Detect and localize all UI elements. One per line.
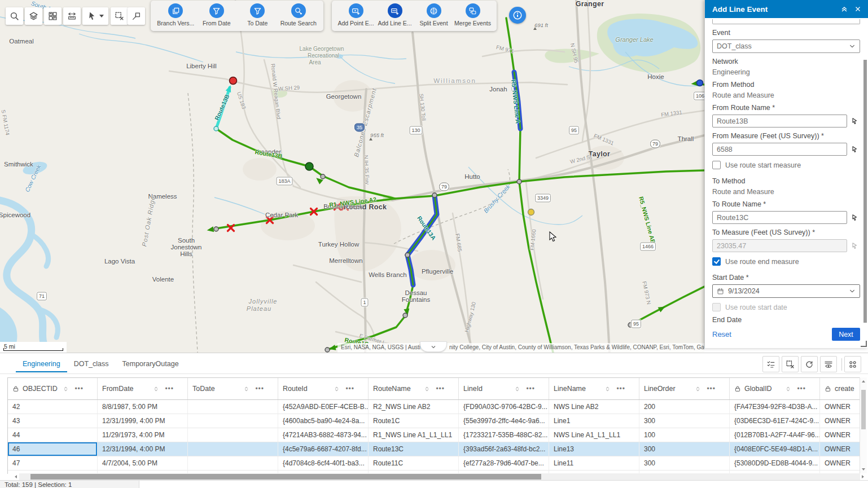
info-button[interactable] [509, 7, 526, 24]
table-cell[interactable]: 8/8/1987, 5:00 PM [98, 400, 188, 414]
table-cell[interactable]: 300 [639, 456, 730, 470]
column-menu-button[interactable]: ••• [526, 385, 535, 393]
table-cell[interactable] [188, 414, 278, 428]
table-cell[interactable]: 46 [8, 442, 98, 456]
text-input[interactable]: Route13B [712, 115, 847, 128]
filter-button[interactable]: From Date [196, 3, 238, 27]
column-header-linename[interactable]: LineName••• [549, 378, 639, 399]
table-cell[interactable]: {ef277a28-79d6-40d7-be... [459, 456, 549, 470]
table-cell[interactable]: 12/31/1994, 4:00 PM [98, 442, 188, 456]
table-cell[interactable]: R1_NWS Line A1_L1_LL1 [369, 428, 459, 442]
map-tool-basemap-grid[interactable] [44, 7, 62, 25]
column-menu-button[interactable]: ••• [345, 385, 354, 393]
panel-scrollbar[interactable] [863, 23, 867, 338]
table-cell[interactable]: Route13C [369, 442, 459, 456]
table-cell[interactable]: OWNER [820, 456, 860, 470]
table-cell[interactable]: {4600abc5-ba90-4e24-8a... [278, 414, 369, 428]
select-on-map-button[interactable] [849, 212, 860, 223]
table-cell[interactable]: {FA47E394-92F8-4D3B-A... [730, 400, 820, 414]
sort-icon[interactable] [334, 386, 340, 392]
map-tool-clear-selection[interactable] [111, 7, 128, 25]
table-cell[interactable]: {53080D9D-ED8B-4044-9... [730, 456, 820, 470]
table-vertical-scrollbar[interactable] [860, 377, 867, 473]
table-cell[interactable]: {4c5e79a6-6687-4207-8fd... [278, 442, 369, 456]
table-cell[interactable]: 11/29/1973, 4:00 PM [98, 428, 188, 442]
table-cell[interactable]: 100 [639, 428, 730, 442]
table-row[interactable]: 4312/31/1999, 4:00 PM{4600abc5-ba90-4e24… [8, 414, 860, 428]
next-button[interactable]: Next [832, 328, 860, 341]
checkbox[interactable] [712, 303, 721, 311]
checkbox[interactable] [712, 161, 721, 169]
table-cell[interactable]: OWNER [820, 428, 860, 442]
attribution-collapse-button[interactable] [420, 341, 447, 352]
column-menu-button[interactable]: ••• [707, 385, 716, 393]
table-cell[interactable]: {17233217-535B-488C-82... [459, 428, 549, 442]
map-tool-select-cursor[interactable] [82, 7, 108, 25]
table-tool-checklist[interactable] [762, 356, 779, 372]
column-menu-button[interactable]: ••• [255, 385, 264, 393]
table-cell[interactable]: {55e3997d-2ffc-4e4c-9a6... [459, 414, 549, 428]
column-menu-button[interactable]: ••• [616, 385, 625, 393]
table-cell[interactable]: {0408E0FC-5E49-48D1-A... [730, 442, 820, 456]
table-vscroll-thumb[interactable] [861, 390, 866, 429]
event-select[interactable]: DOT_class [712, 39, 860, 53]
text-input[interactable]: 6588 [712, 143, 847, 156]
reset-link[interactable]: Reset [712, 330, 731, 338]
column-header-fromdate[interactable]: FromDate••• [98, 378, 188, 399]
column-header-todate[interactable]: ToDate••• [188, 378, 278, 399]
table-cell[interactable]: 4/7/2004, 5:00 PM [98, 456, 188, 470]
table-row[interactable]: 428/8/1987, 5:00 PM{452A9ABD-E0EF-4CEB-B… [8, 400, 860, 414]
table-horizontal-scrollbar[interactable] [19, 473, 860, 480]
sort-icon[interactable] [153, 386, 159, 392]
table-cell[interactable] [188, 456, 278, 470]
table-cell[interactable] [188, 428, 278, 442]
column-menu-button[interactable]: ••• [74, 385, 84, 393]
map-tool-search[interactable] [6, 7, 23, 25]
scroll-down-arrow[interactable] [862, 468, 865, 471]
table-cell[interactable]: 43 [8, 414, 98, 428]
column-header-lineid[interactable]: LineId••• [459, 378, 549, 399]
text-input[interactable]: Route13C [712, 211, 847, 224]
panel-resize-handle[interactable] [861, 341, 867, 347]
map-tool-measure[interactable] [63, 7, 81, 25]
table-cell[interactable]: 42 [8, 400, 98, 414]
split-event-button[interactable]: Split Event [414, 3, 453, 27]
panel-scrollbar-thumb[interactable] [863, 60, 867, 323]
table-cell[interactable]: Route11C [369, 456, 459, 470]
column-header-lineorder[interactable]: LineOrder••• [639, 378, 730, 399]
close-panel-button[interactable] [851, 2, 865, 16]
table-cell[interactable]: OWNER [820, 442, 860, 456]
scroll-up-arrow[interactable] [862, 380, 865, 383]
sort-icon[interactable] [604, 386, 611, 392]
table-cell[interactable]: 12/31/1999, 4:00 PM [98, 414, 188, 428]
tab-temporaryoutage[interactable]: TemporaryOutage [116, 357, 186, 372]
select-on-map-button[interactable] [849, 116, 860, 127]
route-search-button[interactable]: Route Search [278, 3, 319, 27]
merge-events-button[interactable]: Merge Events [453, 3, 492, 27]
checkbox[interactable] [712, 257, 721, 266]
table-cell[interactable]: {FD90A03C-9706-42BC-9... [459, 400, 549, 414]
map-tool-layers[interactable] [25, 7, 42, 25]
add-point-event-button[interactable]: Add Point E... [336, 3, 375, 27]
date-input[interactable]: 9/13/2024 [712, 284, 860, 298]
table-cell[interactable]: 300 [639, 442, 730, 456]
table-cell[interactable]: {452A9ABD-E0EF-4CEB-B... [278, 400, 369, 414]
select-on-map-button[interactable] [849, 240, 860, 252]
table-cell[interactable]: NWS Line AB2 [549, 400, 639, 414]
sort-icon[interactable] [695, 386, 701, 392]
filter-button[interactable]: To Date [237, 3, 278, 27]
table-cell[interactable]: 200 [639, 400, 730, 414]
table-cell[interactable] [188, 442, 278, 456]
column-header-globalid[interactable]: GlobalID••• [730, 378, 820, 399]
table-cell[interactable]: 300 [639, 414, 730, 428]
table-cell[interactable] [188, 400, 278, 414]
table-tool-eye-fields[interactable] [820, 356, 837, 372]
table-tool-refresh[interactable] [801, 356, 818, 372]
text-input[interactable]: 23035.47 [712, 239, 847, 252]
table-tool-dots-grid[interactable] [844, 356, 861, 372]
table-cell[interactable]: Route1C [369, 414, 459, 428]
table-cell[interactable]: {393ad56f-2a63-48fd-bc2... [459, 442, 549, 456]
select-on-map-button[interactable] [849, 144, 860, 155]
table-tool-clear-selection[interactable] [782, 356, 799, 372]
sort-icon[interactable] [785, 386, 791, 392]
